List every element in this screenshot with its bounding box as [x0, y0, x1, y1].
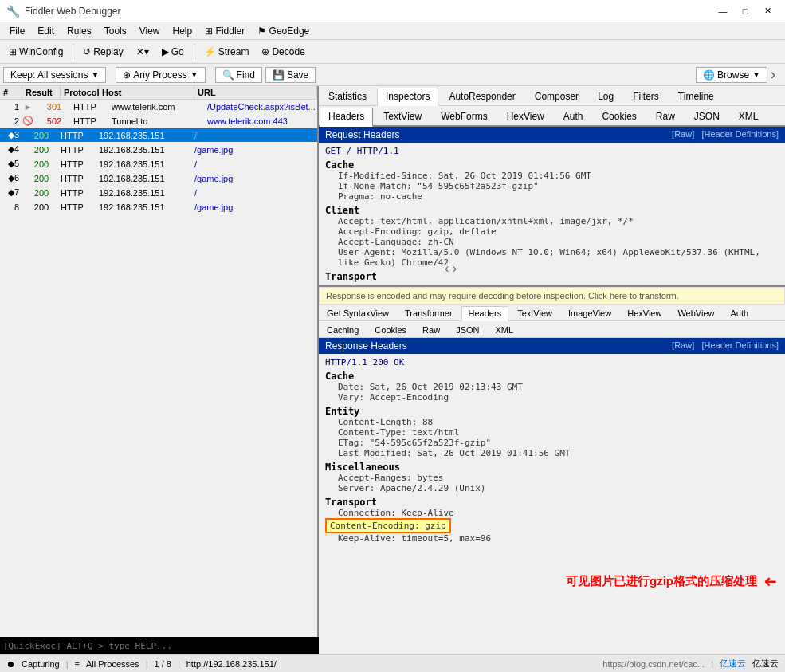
tab-log[interactable]: Log	[589, 88, 622, 105]
header-defs-link[interactable]: [Header Definitions]	[701, 129, 779, 139]
rstab-transformer[interactable]: Transformer	[398, 306, 460, 320]
browse-button[interactable]: 🌐 Browse ▼	[696, 67, 767, 83]
rstab-auth[interactable]: Auth	[723, 306, 756, 320]
col-header-result[interactable]: Result	[22, 86, 61, 99]
cache-section-title: Cache	[325, 159, 779, 171]
go-icon: ▶	[162, 46, 169, 57]
decode-button[interactable]: ⊕ Decode	[256, 44, 310, 60]
table-row[interactable]: ◆3 200 HTTP 192.168.235.151 /	[0, 128, 317, 143]
header-entry: Last-Modified: Sat, 26 Oct 2019 01:41:56…	[325, 448, 779, 458]
stab-auth[interactable]: Auth	[555, 108, 592, 125]
transport-section: Transport	[325, 271, 779, 282]
rstab-headers[interactable]: Headers	[461, 306, 509, 321]
tab-statistics[interactable]: Statistics	[320, 88, 375, 105]
col-header-host[interactable]: Host	[99, 86, 194, 99]
menu-edit[interactable]: Edit	[31, 24, 61, 38]
close-button[interactable]: ✕	[756, 3, 779, 19]
stab-xml[interactable]: XML	[730, 108, 767, 125]
table-row[interactable]: ◆7 200 HTTP 192.168.235.151 /	[0, 186, 317, 200]
tab-composer[interactable]: Composer	[526, 88, 587, 105]
find-button[interactable]: 🔍 Find	[215, 67, 262, 83]
row-result: 200	[22, 159, 61, 169]
col-header-num[interactable]: #	[0, 86, 22, 99]
maximize-button[interactable]: □	[734, 3, 756, 19]
menu-rules[interactable]: Rules	[61, 24, 98, 38]
save-icon: 💾	[273, 69, 285, 81]
go-button[interactable]: ▶ Go	[156, 44, 190, 60]
table-row[interactable]: 8 200 HTTP 192.168.235.151 /game.jpg	[0, 200, 317, 214]
menu-help[interactable]: Help	[167, 24, 199, 38]
raw-link[interactable]: [Raw]	[672, 129, 694, 139]
resp-entity-title: Entity	[325, 406, 779, 417]
table-row[interactable]: 1 ► 301 HTTP www.telerik.com /UpdateChec…	[0, 100, 317, 114]
stab-raw[interactable]: Raw	[647, 108, 684, 125]
row-url: /game.jpg	[194, 145, 317, 155]
menu-fiddler[interactable]: ⊞ Fiddler	[198, 24, 251, 38]
command-bar[interactable]	[0, 637, 319, 654]
rstab-hexview[interactable]: HexView	[620, 306, 669, 320]
rstab2-xml[interactable]: XML	[488, 323, 520, 337]
stab-hexview[interactable]: HexView	[498, 108, 553, 125]
menu-view[interactable]: View	[133, 24, 167, 38]
cache-section: Cache If-Modified-Since: Sat, 26 Oct 201…	[325, 159, 779, 202]
resp-transport-section: Transport Connection: Keep-Alive Content…	[325, 497, 779, 544]
x-button[interactable]: ✕▾	[131, 44, 155, 60]
rstab-textview[interactable]: TextView	[510, 306, 559, 320]
row-protocol: HTTP	[61, 174, 99, 183]
annotation-container: 可见图片已进行gzip格式的压缩处理 ➜	[566, 572, 777, 591]
stream-button[interactable]: ⚡ Stream	[198, 44, 255, 60]
row-protocol: HTTP	[61, 159, 99, 169]
content-encoding-entry: Content-Encoding: gzip	[325, 518, 451, 533]
rstab2-cookies[interactable]: Cookies	[367, 323, 414, 337]
stab-webforms[interactable]: WebForms	[432, 108, 496, 125]
header-entry: Connection: Keep-Alive	[325, 508, 779, 518]
rstab-webview[interactable]: WebView	[670, 306, 721, 320]
stab-headers[interactable]: Headers	[320, 108, 373, 127]
resp-header-defs-link[interactable]: [Header Definitions]	[701, 340, 779, 350]
col-header-url[interactable]: URL	[194, 86, 317, 99]
resp-raw-link[interactable]: [Raw]	[672, 340, 694, 350]
scroll-right-icon[interactable]: ›	[771, 66, 782, 83]
quickexec-input[interactable]	[3, 641, 316, 651]
rstab-syntaxview[interactable]: Get SyntaxView	[320, 306, 396, 320]
tab-timeline[interactable]: Timeline	[669, 88, 723, 105]
status-bar: ⏺ Capturing | ≡ All Processes | 1 / 8 | …	[0, 654, 785, 672]
rstab2-json[interactable]: JSON	[449, 323, 486, 337]
table-row[interactable]: ◆5 200 HTTP 192.168.235.151 /	[0, 157, 317, 171]
row-url: www.telerik.com:443	[207, 116, 317, 126]
process-filter-button[interactable]: ⊕ Any Process ▼	[116, 67, 205, 83]
col-header-protocol[interactable]: Protocol	[61, 86, 99, 99]
response-sub-tabs: Get SyntaxView Transformer Headers TextV…	[319, 305, 785, 321]
winconfig-button[interactable]: ⊞ WinConfig	[3, 44, 69, 60]
stab-json[interactable]: JSON	[685, 108, 728, 125]
tab-inspectors[interactable]: Inspectors	[377, 88, 438, 106]
tab-filters[interactable]: Filters	[624, 88, 668, 105]
row-result: 200	[22, 145, 61, 155]
minimize-button[interactable]: —	[712, 3, 734, 19]
main-layout: # Result Protocol Host URL 1 ► 301 HTTP …	[0, 86, 785, 654]
save-button[interactable]: 💾 Save	[265, 67, 316, 83]
menu-geoedge[interactable]: ⚑ GeoEdge	[251, 24, 316, 38]
sessions-panel: # Result Protocol Host URL 1 ► 301 HTTP …	[0, 86, 319, 654]
row-result: 200	[22, 174, 61, 183]
table-row[interactable]: ◆6 200 HTTP 192.168.235.151 /game.jpg	[0, 171, 317, 186]
rstab2-raw[interactable]: Raw	[415, 323, 447, 337]
keep-sessions-button[interactable]: Keep: All sessions ▼	[3, 67, 106, 83]
scroll-indicator: ‹ ›	[445, 261, 457, 276]
tab-autoresponder[interactable]: AutoResponder	[440, 88, 524, 105]
row-result: 301	[35, 102, 73, 112]
stab-textview[interactable]: TextView	[375, 108, 430, 125]
rstab-imageview[interactable]: ImageView	[561, 306, 618, 320]
header-entry: Pragma: no-cache	[325, 191, 779, 202]
transform-bar[interactable]: Response is encoded and may require deco…	[319, 287, 785, 305]
menu-file[interactable]: File	[3, 24, 31, 38]
menu-tools[interactable]: Tools	[98, 24, 133, 38]
row-host: 192.168.235.151	[99, 202, 194, 212]
rstab2-caching[interactable]: Caching	[320, 323, 366, 337]
table-row[interactable]: ◆4 200 HTTP 192.168.235.151 /game.jpg	[0, 143, 317, 157]
replay-button[interactable]: ↺ Replay	[77, 44, 128, 60]
stab-cookies[interactable]: Cookies	[593, 108, 645, 125]
app-title: Fiddler Web Debugger	[25, 6, 712, 17]
decode-icon: ⊕	[261, 46, 269, 57]
table-row[interactable]: 2 🚫 502 HTTP Tunnel to www.telerik.com:4…	[0, 114, 317, 128]
